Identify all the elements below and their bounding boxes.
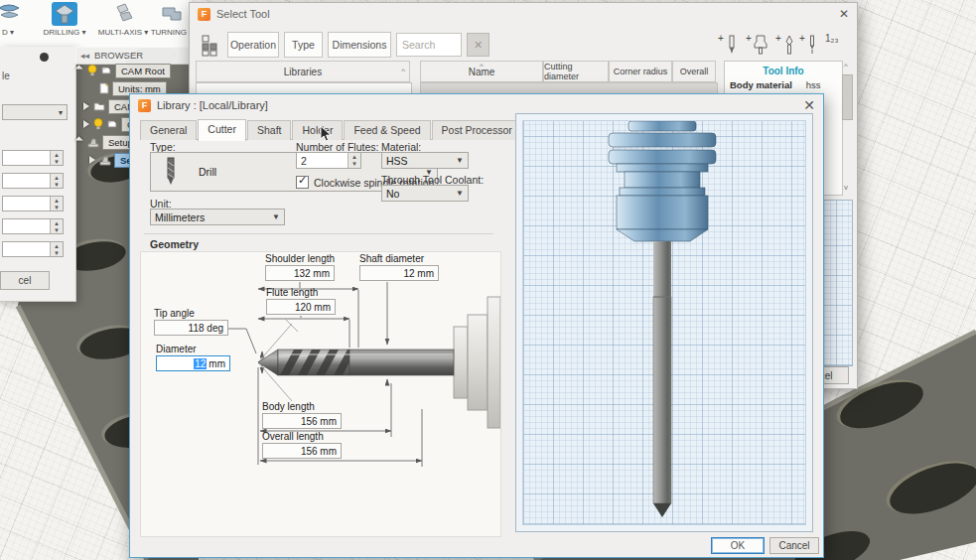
expander-open-icon[interactable] — [74, 136, 85, 147]
library-title: Library : [Local/Library] — [157, 99, 268, 111]
ribbon-toolbar: D ▾ DRILLING ▾ MULTI-AXIS ▾ TURNING ▾ — [0, 0, 189, 48]
renumber-tools-icon[interactable]: 1₂₃ — [825, 33, 847, 55]
dim-body-length: Body length 156 mm — [262, 401, 342, 429]
tool-info-scroll-down-icon[interactable]: v — [844, 184, 848, 192]
filter-operation-button[interactable]: Operation — [227, 32, 279, 58]
coolant-dropdown[interactable]: No▼ — [381, 185, 469, 202]
geometry-section-label: Geometry — [150, 238, 199, 250]
left-panel-spinner-1[interactable]: ▲▼ — [2, 150, 64, 166]
tool-3d-render — [523, 121, 807, 524]
select-tool-title: Select Tool — [216, 8, 270, 20]
overall-length-field[interactable]: 156 mm — [262, 443, 342, 459]
setup-icon — [99, 155, 111, 166]
dim-shoulder-length: Shoulder length 132 mm — [265, 253, 335, 281]
cutting-diameter-column-header[interactable]: Cutting diameter — [543, 61, 609, 82]
tool-preview-panel[interactable] — [515, 113, 813, 532]
toolbar-group-multiaxis[interactable]: MULTI-AXIS ▾ — [97, 2, 149, 37]
tab-general[interactable]: General — [140, 120, 197, 140]
left-panel-spinner-4[interactable]: ▲▼ — [2, 218, 64, 234]
browser-title: BROWSER — [94, 50, 143, 61]
clockwise-rotation-checkbox[interactable] — [296, 176, 309, 189]
left-panel-dropdown[interactable]: ▾ — [2, 104, 68, 120]
tool-info-scrollbar[interactable] — [842, 74, 853, 120]
shaft-diameter-field[interactable]: 12 mm — [359, 265, 439, 281]
add-turn-tool-icon[interactable]: + — [775, 33, 797, 55]
tip-angle-field[interactable]: 118 deg — [154, 320, 228, 336]
turning-icon — [159, 2, 185, 26]
expander-closed-icon[interactable] — [83, 102, 89, 110]
body-material-value: hss — [806, 79, 821, 90]
overall-column-header[interactable]: Overall — [672, 61, 716, 82]
diameter-field[interactable]: 12mm — [156, 355, 230, 371]
add-mill-tool-icon[interactable]: + — [718, 33, 740, 55]
panel-minimize-icon[interactable] — [40, 53, 49, 62]
expander-open-icon[interactable] — [74, 65, 85, 75]
bulb-icon[interactable] — [93, 118, 103, 130]
libraries-column-header[interactable]: Libraries ^ — [196, 61, 410, 82]
left-panel-spinner-2[interactable]: ▲▼ — [2, 173, 64, 189]
drilling-icon — [52, 2, 77, 26]
group-view-icon[interactable] — [202, 35, 225, 57]
shoulder-length-field[interactable]: 132 mm — [265, 265, 335, 281]
clear-search-button[interactable]: ✕ — [467, 33, 489, 57]
chevron-down-icon: ▾ — [59, 108, 63, 117]
close-icon[interactable]: ✕ — [803, 99, 815, 111]
library-dialog: F Library : [Local/Library] ✕ General Cu… — [129, 93, 824, 558]
expander-closed-icon[interactable] — [83, 120, 89, 128]
dim-flute-length: Flute length 120 mm — [266, 287, 336, 315]
select-tool-titlebar[interactable]: F Select Tool ✕ — [190, 3, 857, 25]
application-window: D ▾ DRILLING ▾ MULTI-AXIS ▾ TURNING ▾ le… — [0, 0, 976, 560]
toolbar-group-drilling[interactable]: DRILLING ▾ — [34, 2, 95, 37]
scroll-up-icon[interactable]: ^ — [401, 68, 405, 75]
body-material-label: Body material — [730, 79, 792, 90]
search-input[interactable] — [396, 33, 462, 57]
geometry-panel: Shoulder length 132 mm Shaft diameter 12… — [140, 251, 501, 537]
left-panel-spinner-5[interactable]: ▲▼ — [2, 241, 64, 257]
left-operation-panel: le ▾ ▲▼ ▲▼ ▲▼ ▲▼ ▲▼ cel — [0, 47, 76, 302]
filter-type-button[interactable]: Type — [284, 32, 323, 58]
mouse-cursor — [320, 125, 334, 143]
collapse-panel-icon[interactable]: ◂◂ — [80, 51, 89, 61]
fusion-logo-icon: F — [138, 99, 151, 112]
body-length-field[interactable]: 156 mm — [262, 413, 342, 429]
ok-button[interactable]: OK — [711, 537, 765, 554]
toolbar-group-partial[interactable]: D ▾ — [0, 2, 30, 37]
preview-grid — [522, 120, 806, 525]
dim-diameter: Diameter 12mm — [156, 344, 230, 371]
tab-cutter[interactable]: Cutter — [198, 119, 246, 141]
fusion-logo-icon: F — [198, 8, 210, 21]
tool-info-scroll-up-icon[interactable]: ^ — [844, 63, 848, 70]
selected-text: 12 — [194, 358, 207, 369]
left-panel-spinner-3[interactable]: ▲▼ — [2, 196, 64, 211]
bulb-icon[interactable] — [87, 65, 97, 76]
flute-length-field[interactable]: 120 mm — [266, 299, 336, 315]
dim-shaft-diameter: Shaft diameter 12 mm — [359, 253, 439, 281]
name-column-header[interactable]: ^ Name — [420, 61, 543, 82]
flutes-spinner[interactable]: 2 ▲▼ — [296, 152, 361, 169]
dim-tip-angle: Tip angle 118 deg — [154, 308, 228, 336]
tab-holder[interactable]: Holder — [292, 120, 343, 140]
section-divider — [144, 233, 493, 234]
chevron-down-icon: ▼ — [456, 189, 464, 198]
tab-post-processor[interactable]: Post Processor — [432, 120, 522, 140]
tree-item-label[interactable]: CAM Root — [115, 64, 171, 78]
component-icon — [106, 118, 118, 130]
left-panel-cancel-button[interactable]: cel — [0, 271, 50, 290]
multi-axis-icon — [110, 2, 136, 26]
close-icon[interactable]: ✕ — [839, 8, 849, 20]
chevron-down-icon: ▼ — [272, 212, 280, 221]
cancel-button[interactable]: Cancel — [769, 537, 819, 554]
unit-dropdown[interactable]: Millimeters▼ — [150, 209, 285, 225]
spinner-steppers[interactable]: ▲▼ — [348, 153, 360, 168]
tab-feed-speed[interactable]: Feed & Speed — [344, 120, 430, 140]
material-dropdown[interactable]: HSS▼ — [381, 152, 469, 169]
add-holder-icon[interactable]: + — [746, 33, 767, 55]
tree-item-cam-root[interactable]: CAM Root — [77, 63, 171, 78]
filter-dimensions-button[interactable]: Dimensions — [328, 32, 391, 58]
corner-radius-column-header[interactable]: Corner radius — [609, 61, 672, 82]
add-drill-tool-icon[interactable]: + — [799, 33, 821, 55]
tool-info-title: Tool Info — [725, 66, 842, 76]
tab-shaft[interactable]: Shaft — [247, 120, 292, 140]
type-value: Drill — [199, 166, 216, 178]
expander-closed-icon[interactable] — [89, 156, 95, 164]
